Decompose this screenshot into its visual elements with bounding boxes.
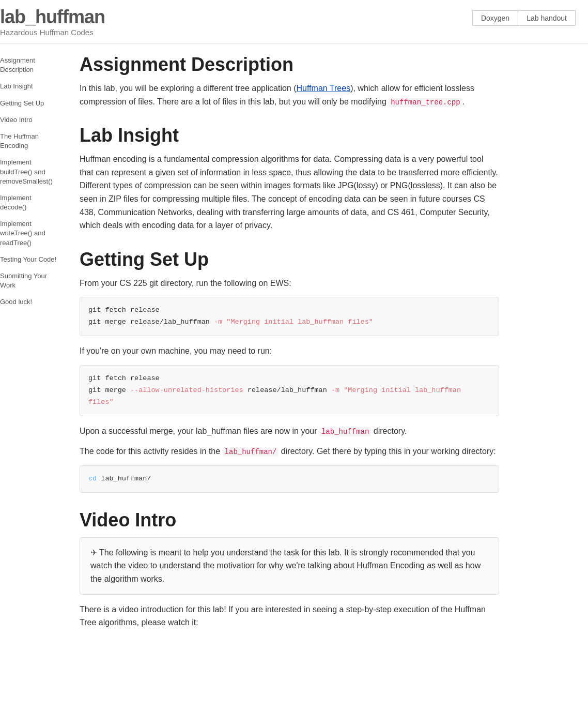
header-left: lab_huffman Hazardous Huffman Codes (0, 6, 105, 37)
code2-line2-pre: git merge (88, 386, 130, 394)
video-intro-info-text: The following is meant to help you under… (90, 548, 481, 583)
para3-pre: Upon a successful merge, your lab_huffma… (80, 427, 319, 435)
doxygen-button[interactable]: Doxygen (472, 10, 518, 26)
getting-set-up-para2: If you're on your own machine, you may n… (80, 344, 499, 358)
sidebar-item-buildtree[interactable]: Implement buildTree() and removeSmallest… (0, 158, 59, 186)
sidebar: Assignment DescriptionLab InsightGetting… (0, 43, 67, 726)
main-content: Assignment Description In this lab, you … (67, 43, 512, 726)
sidebar-item-decode[interactable]: Implement decode() (0, 193, 59, 212)
code1-line2-flag: -m (214, 318, 222, 326)
code-block-2: git fetch release git merge --allow-unre… (80, 365, 499, 416)
huffman-trees-link[interactable]: Huffman Trees (297, 84, 351, 93)
sidebar-item-good-luck[interactable]: Good luck! (0, 297, 59, 307)
code1-line2-pre: git merge release/lab_huffman (88, 318, 214, 326)
header: lab_huffman Hazardous Huffman Codes Doxy… (0, 0, 588, 43)
ad-para1-pre: In this lab, you will be exploring a dif… (80, 84, 297, 93)
getting-set-up-para3: Upon a successful merge, your lab_huffma… (80, 425, 499, 438)
code3-cmd: cd (88, 475, 97, 482)
sidebar-item-submitting[interactable]: Submitting Your Work (0, 271, 59, 290)
getting-set-up-para4: The code for this activity resides in th… (80, 445, 499, 458)
code-block-3: cd lab_huffman/ (80, 465, 499, 493)
sidebar-item-getting-set-up[interactable]: Getting Set Up (0, 99, 59, 108)
code1-line2-string: "Merging initial lab_huffman files" (222, 318, 373, 326)
sidebar-item-writetree[interactable]: Implement writeTree() and readTree() (0, 219, 59, 248)
code1-line1: git fetch release (88, 306, 160, 314)
getting-set-up-title: Getting Set Up (80, 249, 499, 270)
code2-line2-flag2: -m (331, 386, 339, 394)
info-icon: ✈ (90, 548, 97, 557)
sidebar-item-huffman-encoding[interactable]: The Huffman Encoding (0, 132, 59, 150)
lab-insight-title: Lab Insight (80, 125, 499, 146)
page-subtitle: Hazardous Huffman Codes (0, 28, 105, 37)
sidebar-item-testing[interactable]: Testing Your Code! (0, 255, 59, 264)
para4-pre: The code for this activity resides in th… (80, 447, 223, 456)
lab-huffman-code: lab_huffman (319, 427, 371, 436)
code3-rest: lab_huffman/ (97, 475, 151, 482)
code2-line3: files" (88, 398, 114, 406)
lab-huffman-dir-code: lab_huffman/ (223, 447, 279, 457)
lab-insight-para1: Huffman encoding is a fundamental compre… (80, 153, 499, 232)
ad-para1-end: . (462, 97, 465, 106)
para4-post: directory. Get there by typing this in y… (278, 447, 496, 456)
para3-post: directory. (371, 427, 407, 435)
code2-line2-string: "Merging initial lab_huffman (339, 386, 461, 394)
video-intro-title: Video Intro (80, 509, 499, 531)
code2-line2-mid: release/lab_huffman (243, 386, 331, 394)
page-title: lab_huffman (0, 6, 105, 28)
code-block-1: git fetch release git merge release/lab_… (80, 297, 499, 336)
getting-set-up-para1: From your CS 225 git directory, run the … (80, 277, 499, 290)
sidebar-item-assignment-description[interactable]: Assignment Description (0, 56, 59, 74)
sidebar-item-lab-insight[interactable]: Lab Insight (0, 82, 59, 91)
lab-handout-button[interactable]: Lab handout (518, 10, 576, 26)
code2-line2-flag: --allow-unrelated-histories (130, 386, 243, 394)
assignment-description-title: Assignment Description (80, 54, 499, 75)
assignment-description-para1: In this lab, you will be exploring a dif… (80, 82, 499, 108)
video-intro-info-box: ✈The following is meant to help you unde… (80, 537, 499, 595)
code2-line1: git fetch release (88, 374, 160, 382)
huffman-tree-cpp-code: huffman_tree.cpp (389, 98, 462, 107)
header-buttons: Doxygen Lab handout (472, 10, 576, 26)
video-intro-para1: There is a video introduction for this l… (80, 603, 499, 629)
page-layout: Assignment DescriptionLab InsightGetting… (0, 43, 588, 726)
sidebar-item-video-intro[interactable]: Video Intro (0, 115, 59, 125)
